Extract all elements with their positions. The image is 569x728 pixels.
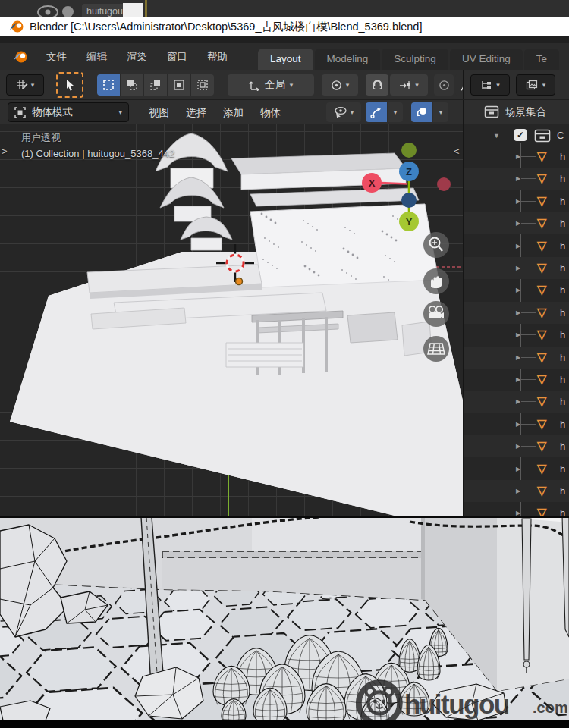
object-name[interactable]: h (560, 218, 565, 229)
expand-arrow-icon[interactable]: ▶ (516, 398, 520, 405)
show-object-types-dropdown[interactable]: ▾ (326, 102, 361, 122)
expand-arrow-icon[interactable]: ▶ (516, 220, 520, 227)
tab-sculpting[interactable]: Sculpting (382, 49, 448, 70)
sidebar-collapse-icon[interactable]: < (454, 146, 460, 157)
outliner-object-row[interactable]: ▶▽h (464, 235, 569, 257)
object-name[interactable]: h (560, 463, 565, 475)
collection-checkbox[interactable]: ✓ (514, 129, 527, 141)
zoom-button[interactable] (423, 232, 449, 258)
snap-target-dropdown[interactable]: ▾ (390, 74, 428, 96)
outliner-object-row[interactable]: ▶▽h (464, 502, 569, 516)
object-name[interactable]: h (560, 240, 565, 252)
outliner-object-row[interactable]: ▶▽h (464, 458, 569, 480)
viewport-menu-1[interactable]: 选择 (178, 102, 215, 124)
viewport-menu-0[interactable]: 视图 (140, 102, 178, 124)
object-name[interactable]: h (560, 374, 565, 385)
object-origin-dot[interactable] (236, 278, 243, 285)
select-mode-subtract-button[interactable] (144, 74, 168, 96)
expand-arrow-icon[interactable]: ▶ (516, 153, 520, 160)
outliner-object-row[interactable]: ▶▽h (464, 279, 569, 301)
object-name[interactable]: h (560, 441, 565, 452)
outliner-object-row[interactable]: ▶▽h (464, 146, 569, 168)
object-name[interactable]: h (560, 507, 565, 516)
expand-arrow-icon[interactable]: ▶ (516, 443, 520, 450)
expand-arrow-icon[interactable]: ▶ (516, 488, 520, 494)
pan-hand-button[interactable] (423, 268, 449, 294)
expand-arrow-icon[interactable]: ▶ (516, 198, 520, 205)
outliner-object-row[interactable]: ▶▽h (464, 212, 569, 234)
pivot-point-dropdown[interactable]: ▾ (322, 74, 358, 96)
gizmo-dropdown[interactable]: ▾ (388, 102, 403, 122)
outliner-object-row[interactable]: ▶▽h (464, 302, 569, 324)
app-menu-3[interactable]: 窗口 (157, 47, 197, 67)
expand-arrow-icon[interactable]: ▶ (516, 243, 520, 249)
mode-dropdown[interactable]: 物体模式 ▾ (8, 102, 129, 122)
expand-arrow-icon[interactable]: ▶ (516, 354, 520, 361)
object-name[interactable]: h (560, 151, 565, 162)
expand-arrow-icon[interactable]: ▶ (516, 466, 520, 472)
expand-arrow-icon[interactable]: ▶ (516, 331, 520, 338)
transform-orientation-dropdown[interactable]: 全局 ▾ (228, 74, 314, 96)
expand-arrow-icon[interactable]: ▶ (516, 175, 520, 182)
editor-type-selector[interactable]: ▾ (6, 74, 44, 96)
app-menu-1[interactable]: 编辑 (77, 47, 117, 67)
outliner-object-row[interactable]: ▶▽h (464, 168, 569, 190)
axis-ball-neg-y[interactable] (401, 143, 417, 158)
proportional-edit-button[interactable] (434, 74, 454, 96)
viewport-menu-3[interactable]: 物体 (252, 102, 289, 124)
select-mode-intersect-button[interactable] (191, 74, 214, 96)
object-name[interactable]: h (560, 396, 565, 407)
expand-arrow-icon[interactable]: ▶ (516, 421, 520, 428)
outliner-object-row[interactable]: ▶▽h (464, 435, 569, 457)
camera-view-button[interactable] (423, 301, 449, 327)
tab-modeling[interactable]: Modeling (315, 49, 381, 70)
outliner-editor-selector[interactable]: ▾ (470, 74, 510, 96)
outliner-object-row[interactable]: ▶▽h (464, 190, 569, 212)
outliner-object-row[interactable]: ▶▽h (464, 347, 569, 369)
object-name[interactable]: h (560, 419, 565, 430)
show-gizmo-toggle[interactable] (366, 102, 387, 122)
app-menu-0[interactable]: 文件 (36, 47, 77, 67)
outliner-panel[interactable]: ▼✓C▶▽h▶▽h▶▽h▶▽h▶▽h▶▽h▶▽h▶▽h▶▽h▶▽h▶▽h▶▽h▶… (463, 124, 569, 516)
toolbar-expand-icon[interactable]: > (2, 146, 8, 157)
overlays-dropdown[interactable]: ▾ (433, 102, 448, 122)
object-name[interactable]: h (560, 262, 565, 274)
app-menu-2[interactable]: 渲染 (117, 47, 157, 67)
object-name[interactable]: h (560, 485, 565, 497)
expand-arrow-icon[interactable]: ▶ (516, 376, 520, 383)
expand-arrow-icon[interactable]: ▶ (516, 309, 520, 316)
object-name[interactable]: h (560, 173, 565, 184)
outliner-object-row[interactable]: ▶▽h (464, 324, 569, 346)
restrict-toggle-dot[interactable] (62, 6, 74, 17)
outliner-object-row[interactable]: ▶▽h (464, 391, 569, 413)
expand-arrow-icon[interactable]: ▶ (516, 510, 520, 516)
outliner-object-row[interactable]: ▶▽h (464, 369, 569, 391)
show-overlays-toggle[interactable] (411, 102, 432, 122)
expand-arrow-icon[interactable]: ▼ (493, 132, 500, 140)
eye-icon[interactable] (36, 4, 59, 17)
app-menu-4[interactable]: 帮助 (197, 47, 237, 67)
expand-arrow-icon[interactable]: ▶ (516, 287, 520, 293)
perspective-toggle-button[interactable] (423, 336, 449, 362)
select-mode-new-button[interactable] (97, 74, 121, 96)
outliner-object-row[interactable]: ▶▽h (464, 257, 569, 279)
axis-ball-neg-z[interactable] (401, 193, 417, 208)
outliner-object-row[interactable]: ▶▽h (464, 413, 569, 435)
select-mode-extend-button[interactable] (121, 74, 144, 96)
object-name[interactable]: h (560, 284, 565, 296)
object-name[interactable]: h (560, 307, 565, 318)
viewport-menu-2[interactable]: 添加 (215, 102, 252, 124)
expand-arrow-icon[interactable]: ▶ (516, 265, 520, 271)
object-name[interactable]: h (560, 352, 565, 363)
tab-layout[interactable]: Layout (258, 49, 313, 70)
outliner-display-mode-dropdown[interactable]: ▾ (516, 74, 555, 96)
axis-ball-neg-x[interactable] (437, 177, 451, 191)
tab-te[interactable]: Te (524, 49, 559, 70)
tab-uv-editing[interactable]: UV Editing (450, 49, 523, 70)
object-name[interactable]: h (560, 196, 565, 207)
snap-toggle-button[interactable] (366, 74, 388, 96)
select-mode-invert-button[interactable] (168, 74, 191, 96)
active-tool-select-button[interactable] (56, 72, 83, 98)
blender-app-icon[interactable] (12, 49, 29, 64)
viewport-3d[interactable]: Z X Y (0, 124, 463, 516)
